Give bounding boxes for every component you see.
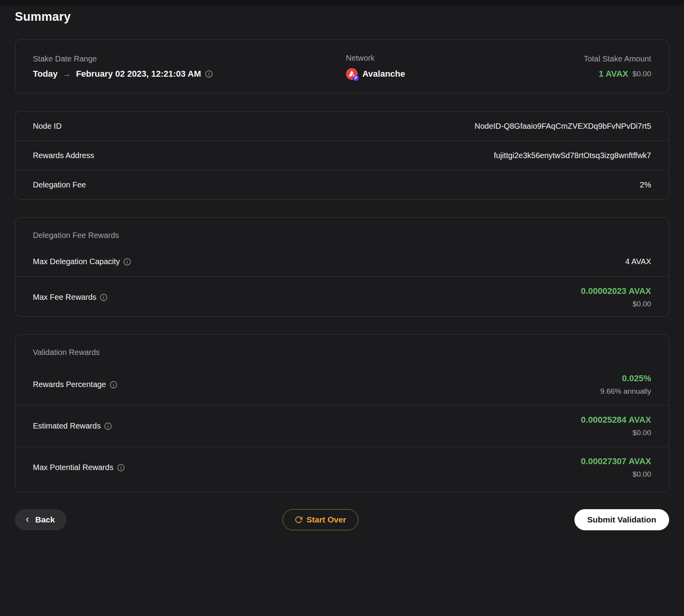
delegation-fee-rewards-header: Delegation Fee Rewards bbox=[15, 218, 669, 240]
delegation-fee-rewards-card: Delegation Fee Rewards Max Delegation Ca… bbox=[15, 217, 669, 317]
estimated-rewards-fiat: $0.00 bbox=[632, 429, 651, 437]
rewards-percentage-value: 0.025% bbox=[622, 373, 651, 384]
total-stake-label: Total Stake Amount bbox=[584, 54, 651, 63]
node-id-value: NodeID-Q8Gfaaio9FAqCmZVEXDq9bFvNPvDi7rt5 bbox=[475, 122, 651, 131]
network-name: Avalanche bbox=[362, 69, 405, 79]
max-potential-rewards-info-icon[interactable] bbox=[117, 464, 125, 472]
p-chain-badge: P bbox=[353, 75, 359, 81]
rewards-percentage-text: Rewards Percentage bbox=[33, 380, 106, 389]
max-potential-rewards-value: 0.00027307 AVAX bbox=[581, 456, 651, 467]
max-potential-rewards-row: Max Potential Rewards 0.00027307 AVAX $0… bbox=[15, 447, 669, 492]
avalanche-icon: P bbox=[346, 68, 358, 80]
max-delegation-capacity-info-icon[interactable] bbox=[123, 258, 131, 266]
chevron-left-icon bbox=[23, 516, 31, 524]
stake-date-info-icon[interactable] bbox=[205, 70, 213, 78]
top-edge-strip bbox=[0, 0, 684, 5]
max-fee-rewards-row: Max Fee Rewards 0.00002023 AVAX $0.00 bbox=[15, 277, 669, 316]
max-delegation-capacity-text: Max Delegation Capacity bbox=[33, 257, 120, 266]
max-potential-rewards-value-stack: 0.00027307 AVAX $0.00 bbox=[581, 456, 651, 479]
submit-validation-button-label: Submit Validation bbox=[587, 515, 656, 524]
network-label: Network bbox=[346, 54, 405, 63]
estimated-rewards-row: Estimated Rewards 0.00025284 AVAX $0.00 bbox=[15, 405, 669, 447]
arrow-right-icon: → bbox=[63, 69, 71, 79]
max-fee-rewards-value-stack: 0.00002023 AVAX $0.00 bbox=[581, 286, 651, 308]
rewards-percentage-annual: 9.66% annually bbox=[600, 387, 651, 396]
stake-overview-card: Stake Date Range Today → February 02 202… bbox=[15, 40, 669, 94]
rewards-percentage-info-icon[interactable] bbox=[110, 381, 117, 389]
max-fee-rewards-value: 0.00002023 AVAX bbox=[581, 286, 651, 296]
start-over-button-label: Start Over bbox=[306, 515, 346, 524]
network-section: Network P Avalanche bbox=[346, 54, 405, 80]
max-potential-rewards-fiat: $0.00 bbox=[632, 470, 651, 479]
validation-rewards-header: Validation Rewards bbox=[15, 335, 669, 357]
node-id-label: Node ID bbox=[33, 122, 61, 131]
max-fee-rewards-text: Max Fee Rewards bbox=[33, 293, 96, 302]
restart-icon bbox=[295, 516, 302, 524]
max-fee-rewards-fiat: $0.00 bbox=[632, 300, 651, 308]
max-delegation-capacity-value: 4 AVAX bbox=[625, 257, 651, 266]
total-stake-fiat: $0.00 bbox=[632, 70, 651, 78]
table-row-node-id: Node ID NodeID-Q8Gfaaio9FAqCmZVEXDq9bFvN… bbox=[15, 112, 669, 141]
delegation-fee-value: 2% bbox=[640, 180, 651, 189]
rewards-percentage-value-stack: 0.025% 9.66% annually bbox=[600, 373, 651, 396]
table-row-rewards-address: Rewards Address fujittgi2e3k56enytwSd78r… bbox=[15, 141, 669, 170]
stake-date-range-value: Today → February 02 2023, 12:21:03 AM bbox=[33, 69, 346, 79]
estimated-rewards-value: 0.00025284 AVAX bbox=[581, 415, 651, 425]
total-stake-amount: 1 AVAX bbox=[599, 69, 628, 79]
validation-rewards-card: Validation Rewards Rewards Percentage 0.… bbox=[15, 334, 669, 492]
max-potential-rewards-text: Max Potential Rewards bbox=[33, 463, 113, 472]
stake-date-range-label: Stake Date Range bbox=[33, 54, 346, 63]
estimated-rewards-value-stack: 0.00025284 AVAX $0.00 bbox=[581, 415, 651, 437]
submit-validation-button[interactable]: Submit Validation bbox=[574, 509, 669, 530]
rewards-address-label: Rewards Address bbox=[33, 151, 94, 160]
max-delegation-capacity-row: Max Delegation Capacity 4 AVAX bbox=[15, 240, 669, 277]
max-delegation-capacity-label: Max Delegation Capacity bbox=[33, 257, 131, 266]
page-title: Summary bbox=[15, 10, 669, 24]
start-over-button[interactable]: Start Over bbox=[283, 509, 358, 530]
total-stake-section: Total Stake Amount 1 AVAX $0.00 bbox=[584, 54, 651, 79]
rewards-percentage-label: Rewards Percentage bbox=[33, 380, 117, 389]
stake-date-from: Today bbox=[33, 69, 58, 79]
total-stake-value: 1 AVAX $0.00 bbox=[599, 69, 651, 79]
delegation-fee-label: Delegation Fee bbox=[33, 180, 86, 189]
rewards-percentage-row: Rewards Percentage 0.025% 9.66% annually bbox=[15, 357, 669, 405]
max-fee-rewards-info-icon[interactable] bbox=[100, 294, 108, 301]
table-row-delegation-fee: Delegation Fee 2% bbox=[15, 170, 669, 199]
max-potential-rewards-label: Max Potential Rewards bbox=[33, 463, 125, 472]
back-button-label: Back bbox=[35, 515, 55, 524]
stake-date-range-section: Stake Date Range Today → February 02 202… bbox=[33, 54, 346, 79]
summary-page: Summary Stake Date Range Today → Februar… bbox=[0, 10, 684, 530]
network-value: P Avalanche bbox=[346, 68, 405, 80]
estimated-rewards-info-icon[interactable] bbox=[104, 422, 112, 430]
back-button[interactable]: Back bbox=[15, 509, 67, 530]
footer-actions: Back Start Over Submit Validation bbox=[15, 509, 669, 530]
estimated-rewards-label: Estimated Rewards bbox=[33, 421, 112, 430]
node-details-card: Node ID NodeID-Q8Gfaaio9FAqCmZVEXDq9bFvN… bbox=[15, 111, 669, 200]
max-fee-rewards-label: Max Fee Rewards bbox=[33, 293, 108, 302]
rewards-address-value: fujittgi2e3k56enytwSd78rtOtsq3izg8wnftff… bbox=[494, 151, 651, 160]
stake-date-to: February 02 2023, 12:21:03 AM bbox=[76, 69, 201, 79]
estimated-rewards-text: Estimated Rewards bbox=[33, 421, 101, 430]
